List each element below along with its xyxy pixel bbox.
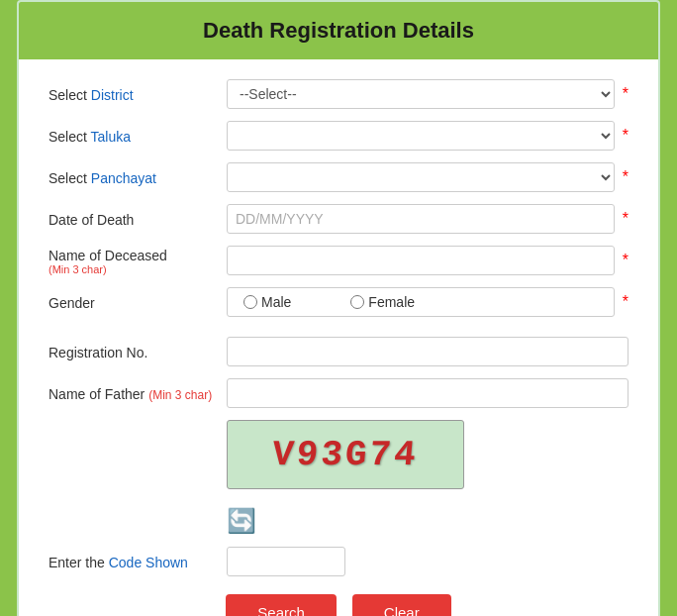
father-min-label: (Min 3 char) [148,388,212,402]
clear-button[interactable]: Clear [352,594,451,616]
district-required: * [623,85,629,103]
gender-label: Gender [48,293,227,311]
gender-male-label: Male [261,294,291,310]
district-row: Select District --Select-- * [48,79,629,109]
refresh-captcha-icon[interactable]: 🔄 [227,507,256,535]
captcha-row: V93G74 [48,420,629,489]
gender-female-label: Female [368,294,415,310]
father-input[interactable] [227,378,629,408]
gender-female-radio[interactable] [350,295,364,309]
main-container: Death Registration Details Select Distri… [17,0,660,616]
taluka-input-col: * [227,121,629,151]
gender-options: Male Female [227,287,615,317]
refresh-col: 🔄 [227,501,629,535]
gender-female-option[interactable]: Female [350,294,415,310]
district-input-col: --Select-- * [227,79,629,109]
taluka-select[interactable] [227,121,615,151]
father-label: Name of Father (Min 3 char) [48,384,227,402]
district-label-highlight: District [91,87,134,103]
buttons-row: Search Clear [48,594,629,616]
code-input-col [227,547,629,576]
captcha-img-col: V93G74 [227,420,629,489]
taluka-required: * [623,127,629,145]
captcha-label-empty [48,454,227,456]
dod-input[interactable] [227,204,615,234]
gender-input-col: Male Female * [227,287,629,317]
gender-row: Gender Male Female * [48,287,629,317]
deceased-row: Name of Deceased (Min 3 char) * [48,246,629,275]
dod-input-col: * [227,204,629,234]
gender-male-option[interactable]: Male [243,294,291,310]
reg-input[interactable] [227,337,629,366]
panchayat-input-col: * [227,162,629,192]
deceased-label: Name of Deceased (Min 3 char) [48,246,227,275]
panchayat-select[interactable] [227,162,615,192]
dod-row: Date of Death * [48,204,629,234]
captcha-code-input[interactable] [227,547,345,576]
taluka-label: Select Taluka [48,127,227,145]
refresh-row: 🔄 [48,501,629,535]
panchayat-required: * [623,168,629,186]
code-label: Enter the Code Shown [48,553,227,570]
dod-label: Date of Death [48,210,227,228]
page-title: Death Registration Details [35,18,642,44]
code-label-highlight: Code Shown [109,555,188,570]
deceased-input[interactable] [227,246,615,275]
deceased-min-label: (Min 3 char) [48,263,227,275]
taluka-label-highlight: Taluka [91,129,131,145]
code-row: Enter the Code Shown [48,547,629,576]
panchayat-label: Select Panchayat [48,168,227,186]
taluka-row: Select Taluka * [48,121,629,151]
form-body: Select District --Select-- * Select Talu… [19,59,658,616]
district-label: Select District [48,85,227,103]
panchayat-label-highlight: Panchayat [91,170,156,186]
reg-label: Registration No. [48,343,227,360]
captcha-text: V93G74 [270,435,420,475]
district-select[interactable]: --Select-- [227,79,615,109]
dod-required: * [623,210,629,228]
refresh-label-empty [48,517,227,519]
deceased-input-col: * [227,246,629,275]
deceased-required: * [623,252,629,269]
gender-required: * [623,293,629,311]
reg-input-col [227,337,629,366]
gender-male-radio[interactable] [243,295,257,309]
father-input-col [227,378,629,408]
father-row: Name of Father (Min 3 char) [48,378,629,408]
captcha-image: V93G74 [227,420,464,489]
reg-row: Registration No. [48,337,629,366]
page-header: Death Registration Details [19,2,658,59]
panchayat-row: Select Panchayat * [48,162,629,192]
search-button[interactable]: Search [226,594,337,616]
